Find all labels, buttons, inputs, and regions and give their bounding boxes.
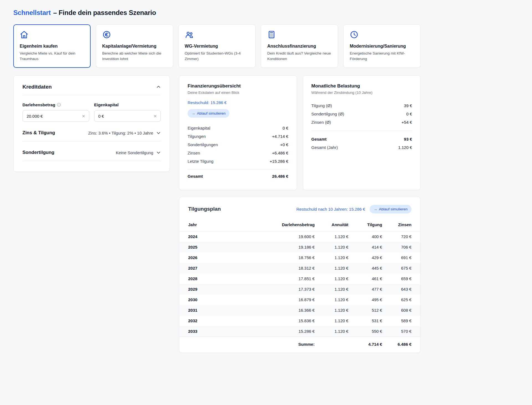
zins-tilgung-meta: Zins: 3.6% • Tilgung: 2% • 10 Jahre <box>88 131 161 135</box>
eigenkapital-input-wrap: ✕ <box>94 110 161 122</box>
scenario-title: WG-Vermietung <box>185 44 249 49</box>
scenario-title: Anschlussfinanzierung <box>267 44 332 49</box>
page-title-rest: – Finde dein passendes Szenario <box>53 9 156 16</box>
finanzierung-total-row: Gesamt 26.486 € <box>188 169 288 180</box>
clear-icon[interactable]: ✕ <box>80 112 88 120</box>
table-row: 203315.286 €1.120 €550 €570 € <box>179 326 420 337</box>
scenario-title: Modernisierung/Sanierung <box>350 44 414 49</box>
scenario-description: Energetische Sanierung mit KfW-Förderung <box>350 51 414 61</box>
column-header-darlehensbetrag: Darlehensbetrag <box>266 219 319 231</box>
finanzierungsuebersicht-title: Finanzierungsübersicht <box>188 83 288 89</box>
monatliche-belastung-title: Monatliche Belastung <box>311 83 412 89</box>
page: Schnellstart– Finde dein passendes Szena… <box>0 0 421 370</box>
scenario-description: Berechne ab welcher Miete sich die Inves… <box>102 51 167 61</box>
table-row: 203016.879 €1.120 €495 €625 € <box>179 295 420 305</box>
home-icon <box>20 30 84 39</box>
monatlich-row: Tilgung (Ø) 39 € <box>311 101 412 110</box>
monatlich-total-year-row: Gesamt (Jahr) 1.120 € <box>311 143 412 151</box>
finanzierungsuebersicht-subtitle: Deine Eckdaten auf einen Blick <box>188 91 288 95</box>
clock-icon <box>350 30 414 39</box>
kreditdaten-card: Kreditdaten Darlehensbetrag ✕ <box>13 75 170 172</box>
kredit-fields: Darlehensbetrag ✕ Eigenkapital <box>22 102 161 122</box>
finanzierung-row: Eigenkapital 0 € <box>188 124 288 132</box>
scenario-card-eigenheim-kaufen[interactable]: Eigenheim kaufen Vergleiche Miete vs. Ka… <box>13 24 91 68</box>
scenario-description: Dein Kredit läuft aus? Vergleiche neue K… <box>267 51 332 61</box>
darlehensbetrag-input-wrap: ✕ <box>22 110 89 122</box>
finanzierung-rows: Eigenkapital 0 € Tilgungen +4.714 € Sond… <box>188 124 288 180</box>
info-icon[interactable] <box>57 103 61 107</box>
zins-tilgung-summary: Zins: 3.6% • Tilgung: 2% • 10 Jahre <box>88 131 153 135</box>
people-group-icon <box>185 30 249 39</box>
table-row: 202917.373 €1.120 €477 €643 € <box>179 284 420 295</box>
arrow-right-icon: → <box>374 207 377 211</box>
table-summary-row: Summe: 4.714 € 6.486 € <box>179 337 420 353</box>
darlehensbetrag-input[interactable] <box>22 110 89 122</box>
table-row: 202419.600 €1.120 €400 €720 € <box>179 231 420 242</box>
schnellstart-link[interactable]: Schnellstart <box>13 9 51 16</box>
table-row: 203215.836 €1.120 €531 €589 € <box>179 316 420 326</box>
summe-label: Summe: <box>266 337 319 353</box>
sondertilgung-label: Sondertilgung <box>22 150 54 155</box>
finanzierung-row: Zinsen +6.486 € <box>188 149 288 157</box>
column-header-tilgung: Tilgung <box>353 219 387 231</box>
table-row: 202618.756 €1.120 €429 €691 € <box>179 252 420 263</box>
clear-icon[interactable]: ✕ <box>151 112 159 120</box>
calculator-icon <box>267 30 332 39</box>
zins-tilgung-section[interactable]: Zins & Tilgung Zins: 3.6% • Tilgung: 2% … <box>22 122 161 141</box>
page-title: Schnellstart– Finde dein passendes Szena… <box>13 9 421 17</box>
finanzierung-row: Sondertilgungen +0 € <box>188 140 288 149</box>
right-column: Finanzierungsübersicht Deine Eckdaten au… <box>179 75 421 353</box>
darlehensbetrag-label-row: Darlehensbetrag <box>22 102 89 107</box>
ablauf-simulieren-button[interactable]: → Ablauf simulieren <box>188 109 229 118</box>
divider <box>311 131 412 131</box>
scenario-title: Kapitalanlage/Vermietung <box>102 44 167 49</box>
monatlich-row: Sondertilgung (Ø) 0 € <box>311 110 412 118</box>
monatlich-rows: Tilgung (Ø) 39 € Sondertilgung (Ø) 0 € Z… <box>311 101 412 151</box>
chevron-down-icon <box>156 150 161 155</box>
tilgungsplan-table: Jahr Darlehensbetrag Annuität Tilgung Zi… <box>179 219 420 353</box>
eigenkapital-label-row: Eigenkapital <box>94 102 161 107</box>
finanzierung-row: Letzte Tilgung +15.286 € <box>188 157 288 165</box>
main-content: Kreditdaten Darlehensbetrag ✕ <box>13 75 421 353</box>
monatliche-belastung-card: Monatliche Belastung Während der Zinsbin… <box>303 75 421 190</box>
scenario-cards: Eigenheim kaufen Vergleiche Miete vs. Ka… <box>13 24 421 68</box>
kreditdaten-collapse-header[interactable]: Kreditdaten <box>22 84 161 95</box>
chevron-down-icon <box>156 131 161 135</box>
ablauf-simulieren-label: Ablauf simulieren <box>197 111 226 115</box>
finanzierung-row: Tilgungen +4.714 € <box>188 132 288 140</box>
tilgungsplan-header: Tilgungsplan Restschuld nach 10 Jahren: … <box>179 205 420 219</box>
sondertilgung-section[interactable]: Sondertilgung Keine Sondertilgung <box>22 141 161 161</box>
ablauf-simulieren-button[interactable]: → Ablauf simulieren <box>370 205 411 213</box>
table-row: 202718.312 €1.120 €445 €675 € <box>179 263 420 274</box>
summe-zinsen: 6.486 € <box>387 337 420 353</box>
zins-tilgung-label: Zins & Tilgung <box>22 130 55 136</box>
monatliche-belastung-subtitle: Während der Zinsbindung (10 Jahre) <box>311 91 412 95</box>
summary-cards: Finanzierungsübersicht Deine Eckdaten au… <box>179 75 421 190</box>
column-header-jahr: Jahr <box>179 219 266 231</box>
scenario-card-wg-vermietung[interactable]: WG-Vermietung Optimiert für Studenten-WG… <box>178 24 256 68</box>
sondertilgung-meta: Keine Sondertilgung <box>116 150 161 155</box>
arrow-right-icon: → <box>191 111 195 115</box>
eigenkapital-input[interactable] <box>94 110 161 122</box>
ablauf-simulieren-label: Ablauf simulieren <box>379 207 408 211</box>
restschuld-link[interactable]: Restschuld: 15.286 € <box>188 100 227 105</box>
table-row: 203116.366 €1.120 €512 €608 € <box>179 305 420 316</box>
eigenkapital-field: Eigenkapital ✕ <box>94 102 161 122</box>
sondertilgung-summary: Keine Sondertilgung <box>116 150 153 155</box>
eigenkapital-label: Eigenkapital <box>94 102 119 107</box>
scenario-card-anschlussfinanzierung[interactable]: Anschlussfinanzierung Dein Kredit läuft … <box>261 24 338 68</box>
scenario-title: Eigenheim kaufen <box>20 44 84 49</box>
table-row: 202817.851 €1.120 €461 €659 € <box>179 274 420 284</box>
table-row: 202519.186 €1.120 €414 €706 € <box>179 242 420 252</box>
darlehensbetrag-field: Darlehensbetrag ✕ <box>22 102 89 122</box>
restschuld-10-jahre-link[interactable]: Restschuld nach 10 Jahren: 15.286 € <box>296 207 365 211</box>
tilgungsplan-header-right: Restschuld nach 10 Jahren: 15.286 € → Ab… <box>296 205 411 213</box>
monatlich-row: Zinsen (Ø) +54 € <box>311 118 412 126</box>
summe-tilgung: 4.714 € <box>353 337 387 353</box>
monatlich-total-row: Gesamt 93 € <box>311 135 412 143</box>
darlehensbetrag-label: Darlehensbetrag <box>22 102 55 107</box>
scenario-card-kapitalanlage[interactable]: Kapitalanlage/Vermietung Berechne ab wel… <box>96 24 173 68</box>
scenario-card-modernisierung[interactable]: Modernisierung/Sanierung Energetische Sa… <box>343 24 421 68</box>
finanzierungsuebersicht-card: Finanzierungsübersicht Deine Eckdaten au… <box>179 75 297 190</box>
scenario-description: Vergleiche Miete vs. Kauf für dein Traum… <box>20 51 84 61</box>
